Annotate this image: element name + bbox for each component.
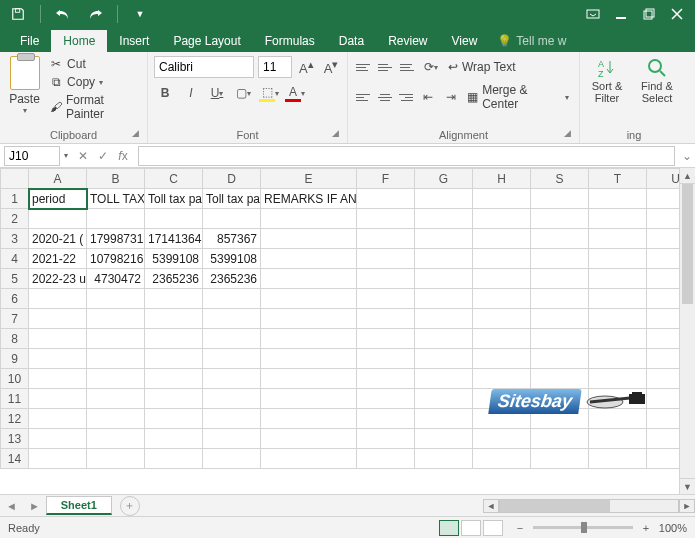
tab-file[interactable]: File bbox=[8, 30, 51, 52]
paste-icon[interactable] bbox=[10, 56, 40, 90]
col-header[interactable]: H bbox=[473, 169, 531, 189]
cell[interactable]: 17998731 bbox=[87, 229, 145, 249]
restore-icon[interactable] bbox=[635, 0, 663, 28]
align-bottom-button[interactable] bbox=[398, 58, 418, 76]
view-page-break-button[interactable] bbox=[483, 520, 503, 536]
cell[interactable]: period bbox=[29, 189, 87, 209]
scroll-up-icon[interactable]: ▲ bbox=[680, 168, 695, 184]
cell[interactable]: 857367 bbox=[203, 229, 261, 249]
row-header[interactable]: 2 bbox=[1, 209, 29, 229]
redo-icon[interactable] bbox=[81, 0, 109, 28]
cell[interactable]: 2020-21 ( bbox=[29, 229, 87, 249]
cell[interactable]: Toll tax pa bbox=[203, 189, 261, 209]
cell[interactable]: 5399108 bbox=[145, 249, 203, 269]
cell[interactable] bbox=[473, 189, 531, 209]
align-top-button[interactable] bbox=[354, 58, 374, 76]
alignment-launcher-icon[interactable]: ◢ bbox=[561, 128, 573, 140]
row-header[interactable]: 5 bbox=[1, 269, 29, 289]
italic-button[interactable]: I bbox=[180, 82, 202, 104]
tab-data[interactable]: Data bbox=[327, 30, 376, 52]
tab-formulas[interactable]: Formulas bbox=[253, 30, 327, 52]
cell[interactable] bbox=[589, 189, 647, 209]
tab-page-layout[interactable]: Page Layout bbox=[161, 30, 252, 52]
col-header[interactable]: T bbox=[589, 169, 647, 189]
expand-formula-bar-icon[interactable]: ⌄ bbox=[679, 149, 695, 163]
row-header[interactable]: 3 bbox=[1, 229, 29, 249]
hscroll-thumb[interactable] bbox=[500, 500, 610, 512]
cell[interactable] bbox=[531, 189, 589, 209]
copy-button[interactable]: ⧉Copy ▾ bbox=[47, 74, 141, 90]
align-left-button[interactable] bbox=[354, 88, 373, 106]
worksheet-grid[interactable]: A B C D E F G H S T U 1 period TOLL TAX … bbox=[0, 168, 695, 494]
cell[interactable]: 2365236 bbox=[145, 269, 203, 289]
paste-button[interactable]: Paste bbox=[9, 92, 40, 106]
bold-button[interactable]: B bbox=[154, 82, 176, 104]
col-header[interactable]: F bbox=[357, 169, 415, 189]
merge-center-button[interactable]: ▦Merge & Center▾ bbox=[463, 82, 573, 112]
tab-insert[interactable]: Insert bbox=[107, 30, 161, 52]
view-normal-button[interactable] bbox=[439, 520, 459, 536]
enter-formula-icon[interactable]: ✓ bbox=[94, 149, 112, 163]
font-launcher-icon[interactable]: ◢ bbox=[329, 128, 341, 140]
cancel-formula-icon[interactable]: ✕ bbox=[74, 149, 92, 163]
increase-font-icon[interactable]: A▴ bbox=[296, 58, 317, 76]
clipboard-launcher-icon[interactable]: ◢ bbox=[129, 128, 141, 140]
align-right-button[interactable] bbox=[396, 88, 415, 106]
tell-me[interactable]: 💡 Tell me w bbox=[489, 30, 574, 52]
cell[interactable]: 17141364 bbox=[145, 229, 203, 249]
find-select-button[interactable]: Find & Select bbox=[636, 56, 678, 104]
scroll-thumb[interactable] bbox=[682, 184, 693, 304]
row-header[interactable]: 9 bbox=[1, 349, 29, 369]
fx-icon[interactable]: fx bbox=[114, 149, 132, 163]
orientation-button[interactable]: ⟳▾ bbox=[420, 56, 442, 78]
tab-home[interactable]: Home bbox=[51, 30, 107, 52]
cell[interactable]: 4730472 bbox=[87, 269, 145, 289]
scroll-right-icon[interactable]: ► bbox=[679, 499, 695, 513]
cell[interactable]: Toll tax pa bbox=[145, 189, 203, 209]
vertical-scrollbar[interactable]: ▲ ▼ bbox=[679, 168, 695, 494]
sort-filter-button[interactable]: AZ Sort & Filter bbox=[586, 56, 628, 104]
fill-color-button[interactable]: ⬚▾ bbox=[258, 82, 280, 104]
ribbon-options-icon[interactable] bbox=[579, 0, 607, 28]
zoom-slider[interactable] bbox=[533, 526, 633, 529]
col-header[interactable]: E bbox=[261, 169, 357, 189]
scroll-down-icon[interactable]: ▼ bbox=[680, 478, 695, 494]
font-name-select[interactable] bbox=[154, 56, 254, 78]
increase-indent-button[interactable]: ⇥ bbox=[440, 86, 461, 108]
format-painter-button[interactable]: 🖌Format Painter bbox=[47, 92, 141, 122]
col-header[interactable]: B bbox=[87, 169, 145, 189]
formula-input[interactable] bbox=[138, 146, 675, 166]
horizontal-scrollbar[interactable]: ◄ ► bbox=[483, 499, 695, 513]
tab-review[interactable]: Review bbox=[376, 30, 439, 52]
name-box[interactable] bbox=[4, 146, 60, 166]
view-page-layout-button[interactable] bbox=[461, 520, 481, 536]
sheet-nav-prev-icon[interactable]: ◄ bbox=[0, 500, 23, 512]
cell[interactable]: 2365236 bbox=[203, 269, 261, 289]
row-header[interactable]: 8 bbox=[1, 329, 29, 349]
font-size-select[interactable] bbox=[258, 56, 292, 78]
cell[interactable]: 10798216 bbox=[87, 249, 145, 269]
paste-dropdown-icon[interactable]: ▾ bbox=[23, 106, 27, 115]
underline-button[interactable]: U▾ bbox=[206, 82, 228, 104]
cell[interactable]: TOLL TAX bbox=[87, 189, 145, 209]
cell[interactable]: 2022-23 u bbox=[29, 269, 87, 289]
decrease-font-icon[interactable]: A▾ bbox=[321, 58, 342, 76]
decrease-indent-button[interactable]: ⇤ bbox=[417, 86, 438, 108]
row-header[interactable]: 13 bbox=[1, 429, 29, 449]
col-header[interactable]: A bbox=[29, 169, 87, 189]
minimize-icon[interactable] bbox=[607, 0, 635, 28]
font-color-button[interactable]: A▾ bbox=[284, 82, 306, 104]
col-header[interactable]: D bbox=[203, 169, 261, 189]
cell[interactable]: 2021-22 bbox=[29, 249, 87, 269]
scroll-left-icon[interactable]: ◄ bbox=[483, 499, 499, 513]
qat-customize-icon[interactable]: ▼ bbox=[126, 0, 154, 28]
cell[interactable] bbox=[357, 189, 415, 209]
cell[interactable]: REMARKS IF ANY bbox=[261, 189, 357, 209]
undo-icon[interactable] bbox=[49, 0, 77, 28]
cut-button[interactable]: ✂Cut bbox=[47, 56, 141, 72]
row-header[interactable]: 12 bbox=[1, 409, 29, 429]
cell[interactable]: 5399108 bbox=[203, 249, 261, 269]
border-button[interactable]: ▢▾ bbox=[232, 82, 254, 104]
save-icon[interactable] bbox=[4, 0, 32, 28]
sheet-nav-next-icon[interactable]: ► bbox=[23, 500, 46, 512]
